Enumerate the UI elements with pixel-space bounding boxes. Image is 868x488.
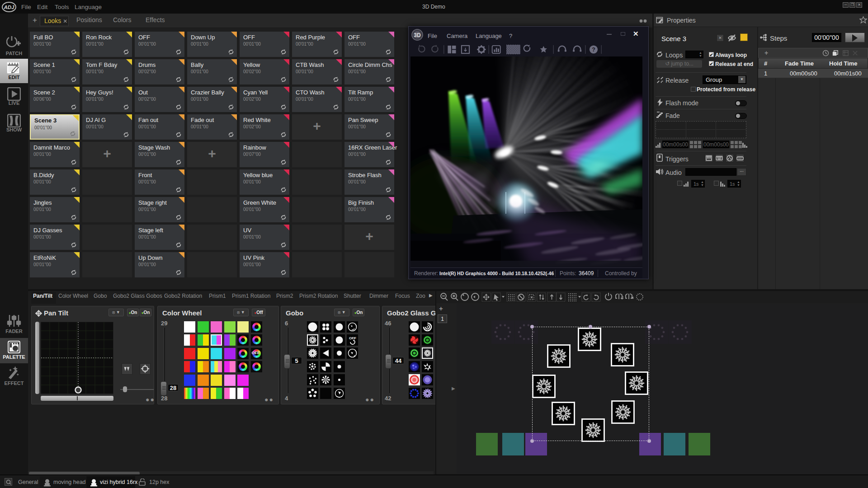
svg-text:ADJ: ADJ [3,5,14,10]
svg-text:3D: 3D [414,32,421,38]
svg-text:OFF: OFF [349,336,356,340]
svg-text:?: ? [592,47,595,53]
